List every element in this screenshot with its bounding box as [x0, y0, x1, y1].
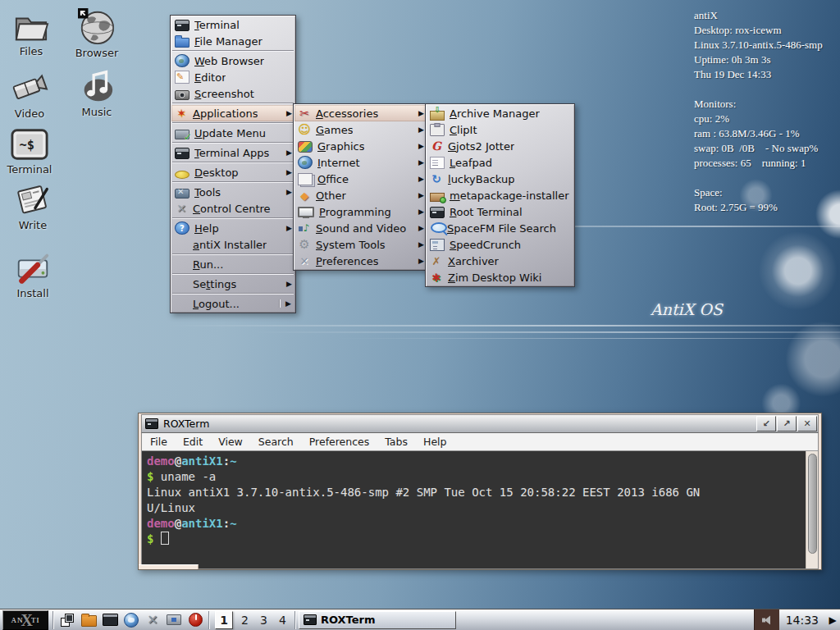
menubar-search[interactable]: Search [258, 436, 294, 448]
menu-item-zim-desktop-wiki[interactable]: Zim Desktop Wiki [427, 269, 573, 285]
menu-item-internet[interactable]: Internet▶ [294, 154, 427, 171]
menu-separator [172, 253, 294, 255]
menubar-preferences[interactable]: Preferences [309, 436, 370, 448]
menu-item-games[interactable]: Games▶ [294, 121, 427, 138]
desktop-icon-write[interactable]: Write [7, 180, 59, 231]
desktop-icon-music[interactable]: Music [71, 67, 123, 118]
smiley-icon [298, 123, 311, 136]
menubar-edit[interactable]: Edit [183, 436, 203, 448]
menu-item-desktop[interactable]: Desktop▶ [171, 164, 294, 180]
menu-item-system-tools[interactable]: System Tools▶ [294, 236, 427, 253]
tray-expand-icon[interactable]: ▶ [825, 614, 840, 626]
hide-button[interactable] [756, 416, 776, 431]
antix-menu-button[interactable]: AN X TI [2, 610, 48, 630]
menu-item-run[interactable]: Run... [171, 256, 294, 272]
desktop-icon-install[interactable]: Install [7, 249, 59, 299]
scrollbar[interactable] [806, 451, 818, 568]
desktop-icon-terminal[interactable]: ~$ Terminal [3, 128, 56, 176]
menu-item-web-browser[interactable]: Web Browser [171, 52, 294, 69]
conky-line: antiX [694, 8, 838, 23]
terminal-line: demo@antiX1:~ [147, 516, 801, 532]
logo-text-right: TI [31, 616, 40, 624]
mount-icon[interactable] [164, 610, 184, 630]
resize-grip[interactable] [139, 564, 199, 569]
logout-icon[interactable] [185, 610, 205, 630]
toolbox-icon [175, 189, 189, 199]
submenu-arrow-icon: ▶ [414, 142, 424, 150]
menu-item-root-terminal[interactable]: Root Terminal [427, 203, 573, 220]
docs-icon [298, 173, 313, 185]
menu-item-editor[interactable]: Editor [171, 69, 294, 85]
menu-item-metapackage-installer[interactable]: metapackage-installer [427, 187, 573, 203]
menu-item-antix-installer[interactable]: antiX Installer [171, 236, 294, 253]
submenu-arrow-icon: ▶ [414, 224, 424, 232]
menu-item-tools[interactable]: Tools▶ [171, 184, 294, 200]
volume-button[interactable] [754, 609, 779, 630]
scrollbar-thumb[interactable] [808, 454, 817, 554]
workspace-1[interactable]: 1 [215, 611, 233, 629]
menu-item-archive-manager[interactable]: Archive Manager [427, 105, 573, 121]
menu-item-applications[interactable]: Applications▶ [171, 105, 294, 121]
window-titlebar[interactable]: ROXTerm [141, 414, 819, 433]
menu-item-screenshot[interactable]: Screenshot [171, 85, 294, 102]
menu-item-label: Programming [319, 206, 391, 218]
menubar-tabs[interactable]: Tabs [385, 436, 408, 448]
workspace-4[interactable]: 4 [273, 610, 292, 630]
menu-item-label: Graphics [317, 140, 364, 153]
menu-item-sound-and-video[interactable]: Sound and Video▶ [294, 220, 427, 236]
file-manager-icon[interactable] [79, 610, 98, 630]
main-menu: TerminalFile ManagerWeb BrowserEditorScr… [170, 15, 296, 313]
menu-item-file-manager[interactable]: File Manager [171, 33, 294, 49]
terminal-line: U/Linux [147, 500, 801, 516]
menu-item-label: Tools [194, 186, 221, 199]
terminal-icon[interactable] [100, 610, 120, 630]
maximize-button[interactable] [777, 416, 797, 431]
globe-icon [78, 8, 116, 46]
desktop-icon-browser[interactable]: Browser [71, 8, 123, 59]
menu-item-terminal-apps[interactable]: Terminal Apps▶ [171, 144, 294, 161]
menu-item-clipit[interactable]: ClipIt [427, 121, 573, 138]
menubar-help[interactable]: Help [423, 436, 447, 448]
menu-item-control-centre[interactable]: Control Centre [171, 200, 294, 217]
menu-item-other[interactable]: Other▶ [294, 187, 427, 203]
menu-item-programming[interactable]: Programming▶ [294, 203, 427, 220]
taskbar-spacer [456, 609, 754, 630]
menu-item-accessories[interactable]: Accessories▶ [294, 105, 427, 121]
desktop-icon-video[interactable]: Video [3, 69, 56, 120]
menubar-view[interactable]: View [218, 436, 243, 448]
show-desktop-icon[interactable] [57, 610, 77, 630]
menu-item-preferences[interactable]: Preferences▶ [294, 253, 427, 269]
menu-item-settings[interactable]: Settings▶ [171, 276, 294, 292]
terminal-output[interactable]: demo@antiX1:~$ uname -aLinux antiX1 3.7.… [142, 451, 806, 568]
help-icon [175, 221, 189, 235]
menu-item-help[interactable]: Help▶ [171, 220, 294, 236]
terminal-text: demo [147, 454, 175, 468]
desktop-icon-label: Write [7, 219, 59, 231]
menu-item-logout[interactable]: Logout...▶ [171, 295, 294, 312]
menu-item-speedcrunch[interactable]: SpeedCrunch [427, 236, 573, 253]
task-button-roxterm[interactable]: ROXTerm [299, 611, 456, 629]
menu-item-xarchiver[interactable]: Xarchiver [427, 253, 573, 269]
menu-item-office[interactable]: Office▶ [294, 171, 427, 187]
menubar-file[interactable]: File [150, 436, 167, 448]
taskbar-clock[interactable]: 14:33 [779, 614, 825, 627]
web-browser-icon[interactable] [121, 610, 141, 630]
menu-item-spacefm-file-search[interactable]: SpaceFM File Search [427, 220, 573, 236]
tools-icon[interactable] [143, 610, 162, 630]
camcorder-icon [11, 69, 48, 107]
menu-item-gjots2-jotter[interactable]: Gjots2 Jotter [427, 138, 573, 154]
menu-item-luckybackup[interactable]: luckyBackup [427, 171, 573, 187]
workspace-3[interactable]: 3 [254, 610, 273, 630]
diamond-icon [298, 189, 311, 202]
menu-item-leafpad[interactable]: Leafpad [427, 154, 573, 171]
close-button[interactable] [797, 416, 817, 431]
menu-item-terminal[interactable]: Terminal [171, 16, 294, 33]
menu-item-update-menu[interactable]: Update Menu [171, 125, 294, 141]
desktop-icon-files[interactable]: Files [5, 10, 57, 57]
menu-item-label: Screenshot [194, 88, 254, 100]
task-button-label: ROXTerm [321, 614, 376, 626]
menu-item-graphics[interactable]: Graphics▶ [294, 138, 427, 154]
menu-item-label: Other [316, 189, 346, 202]
terminal-text: uname -a [153, 470, 216, 483]
workspace-2[interactable]: 2 [235, 610, 254, 630]
